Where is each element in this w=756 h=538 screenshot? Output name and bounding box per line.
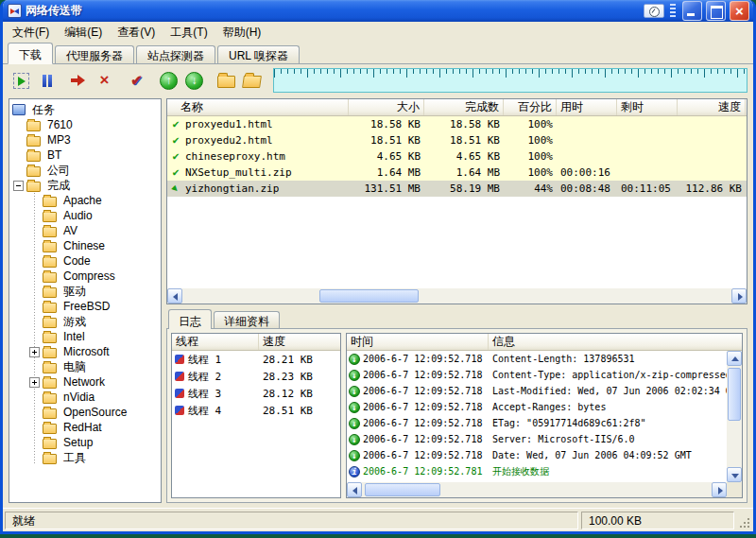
download-row[interactable]: ✔chineseproxy.htm 4.65 KB 4.65 KB 100% <box>167 148 747 165</box>
scroll-left-button[interactable] <box>167 288 182 304</box>
thread-row[interactable]: 线程 2 28.23 KB <box>172 368 340 385</box>
column-header-remaining[interactable]: 剩时 <box>617 99 678 115</box>
tree-item-chinese[interactable]: Chinese <box>9 238 161 253</box>
scroll-down-button[interactable] <box>727 467 742 482</box>
log-vscrollbar[interactable] <box>727 351 742 482</box>
tree-item-7610[interactable]: 7610 <box>9 117 161 132</box>
tree-item-driver[interactable]: 驱动 <box>9 284 161 299</box>
column-header-thread-speed[interactable]: 速度 <box>259 334 340 350</box>
scroll-thumb[interactable] <box>319 289 419 303</box>
titlebar-grip[interactable] <box>670 4 676 18</box>
scroll-thumb[interactable] <box>365 483 440 496</box>
log-row[interactable]: ↓2006-6-7 12:09:52.718 Server: Microsoft… <box>347 431 727 447</box>
minimize-button[interactable] <box>682 1 702 21</box>
tree-item-microsoft[interactable]: Microsoft <box>9 344 161 359</box>
menu-help[interactable]: 帮助(H) <box>215 22 269 43</box>
collapse-icon[interactable] <box>13 181 24 191</box>
scroll-thumb[interactable] <box>728 368 741 421</box>
menu-file[interactable]: 文件(F) <box>5 22 57 43</box>
speed-monitor-icon[interactable] <box>644 4 664 18</box>
log-hscrollbar[interactable] <box>347 482 742 497</box>
tree-item-av[interactable]: AV <box>9 223 161 238</box>
tree-item-tools[interactable]: 工具 <box>9 450 161 465</box>
column-header-elapsed[interactable]: 用时 <box>557 99 617 115</box>
tab-url-sniffer[interactable]: URL 嗅探器 <box>217 45 300 63</box>
tree-root-tasks[interactable]: 任务 <box>9 102 161 117</box>
scroll-left-button[interactable] <box>347 482 362 497</box>
scroll-up-button[interactable] <box>727 351 742 366</box>
open-folder-icon <box>242 76 262 88</box>
tree-item-freebsd[interactable]: FreeBSD <box>9 299 161 314</box>
download-row[interactable]: ✔proxyedu1.html 18.58 KB 18.58 KB 100% <box>167 116 747 132</box>
download-row-active[interactable]: ▶yizhongtian.zip 131.51 MB 58.19 MB 44% … <box>167 181 747 197</box>
tab-proxy-server[interactable]: 代理服务器 <box>55 45 134 63</box>
download-row[interactable]: ✔NXSetup_multi.zip 1.64 MB 1.64 MB 100% … <box>167 165 747 181</box>
log-row[interactable]: ↓2006-6-7 12:09:52.718 Date: Wed, 07 Jun… <box>347 447 727 463</box>
move-up-button[interactable]: ↑ <box>156 68 181 93</box>
log-row[interactable]: ↓2006-6-7 12:09:52.718 Content-Length: 1… <box>347 351 727 367</box>
column-header-name[interactable]: 名称 <box>167 99 349 115</box>
scroll-right-button[interactable] <box>712 482 727 497</box>
tree-item-finished[interactable]: 完成 <box>9 178 161 193</box>
tree-item-computer[interactable]: 电脑 <box>9 359 161 374</box>
log-row[interactable]: ↓2006-6-7 12:09:52.718 Last-Modified: We… <box>347 383 727 399</box>
download-row[interactable]: ✔proxyedu2.html 18.51 KB 18.51 KB 100% <box>167 132 747 148</box>
close-button[interactable] <box>730 1 749 21</box>
download-hscrollbar[interactable] <box>167 288 747 304</box>
thread-row[interactable]: 线程 1 28.21 KB <box>172 351 340 368</box>
download-done: 18.58 KB <box>424 116 504 132</box>
column-header-info[interactable]: 信息 <box>489 334 742 350</box>
maximize-button[interactable] <box>706 1 726 21</box>
tree-item-intel[interactable]: Intel <box>9 329 161 344</box>
tree-item-audio[interactable]: Audio <box>9 208 161 223</box>
tree-item-mp3[interactable]: MP3 <box>9 132 161 148</box>
menu-view[interactable]: 查看(V) <box>110 22 163 43</box>
log-row[interactable]: ↓2006-6-7 12:09:52.718 Content-Type: app… <box>347 367 727 383</box>
tree-item-compress[interactable]: Compress <box>9 269 161 284</box>
column-header-speed[interactable]: 速度 <box>678 99 746 115</box>
tab-site-explorer[interactable]: 站点探测器 <box>136 45 215 63</box>
tab-log[interactable]: 日志 <box>168 309 212 329</box>
folder-icon <box>43 454 57 464</box>
tab-details[interactable]: 详细资料 <box>214 311 280 328</box>
expand-icon[interactable] <box>29 377 40 388</box>
start-task-button[interactable] <box>9 68 34 93</box>
expand-icon[interactable] <box>29 347 40 357</box>
tree-item-apache[interactable]: Apache <box>9 193 161 208</box>
tree-item-setup[interactable]: Setup <box>9 435 161 450</box>
tree-item-company[interactable]: 公司 <box>9 163 161 178</box>
open-folder-button[interactable] <box>214 68 239 93</box>
tree-item-redhat[interactable]: RedHat <box>9 420 161 435</box>
tree-item-bt[interactable]: BT <box>9 148 161 163</box>
scroll-track[interactable] <box>182 288 731 304</box>
scroll-track[interactable] <box>727 366 742 467</box>
pause-task-button[interactable] <box>34 68 60 93</box>
log-row[interactable]: ↓2006-6-7 12:09:52.718 ETag: "05917714d6… <box>347 415 727 431</box>
column-header-time[interactable]: 时间 <box>347 334 489 350</box>
delete-task-button[interactable]: × <box>92 68 117 93</box>
move-down-button[interactable]: ↓ <box>181 68 207 93</box>
menu-tools[interactable]: 工具(T) <box>163 22 215 43</box>
browse-folder-button[interactable] <box>239 68 265 93</box>
move-task-button[interactable] <box>66 68 92 93</box>
commit-button[interactable]: ✔ <box>124 68 149 93</box>
menu-edit[interactable]: 编辑(E) <box>57 22 110 43</box>
thread-row[interactable]: 线程 3 28.12 KB <box>172 385 340 402</box>
column-header-thread[interactable]: 线程 <box>172 334 259 350</box>
tree-item-network[interactable]: Network <box>9 374 161 390</box>
column-header-percent[interactable]: 百分比 <box>504 99 557 115</box>
log-row[interactable]: ↓2006-6-7 12:09:52.718 Accept-Ranges: by… <box>347 399 727 415</box>
scroll-right-button[interactable] <box>731 288 747 304</box>
tree-item-nvidia[interactable]: nVidia <box>9 390 161 405</box>
thread-row[interactable]: 线程 4 28.51 KB <box>172 402 340 419</box>
tree-item-opensource[interactable]: OpenSource <box>9 405 161 420</box>
tree-item-code[interactable]: Code <box>9 253 161 269</box>
column-header-size[interactable]: 大小 <box>349 99 424 115</box>
column-header-done[interactable]: 完成数 <box>424 99 504 115</box>
folder-icon <box>217 76 235 88</box>
log-row[interactable]: i2006-6-7 12:09:52.781 开始接收数据 <box>347 463 727 479</box>
tab-download[interactable]: 下载 <box>8 43 53 64</box>
tree-item-games[interactable]: 游戏 <box>9 314 161 329</box>
scroll-track[interactable] <box>362 482 712 497</box>
resize-grip[interactable] <box>737 512 751 529</box>
